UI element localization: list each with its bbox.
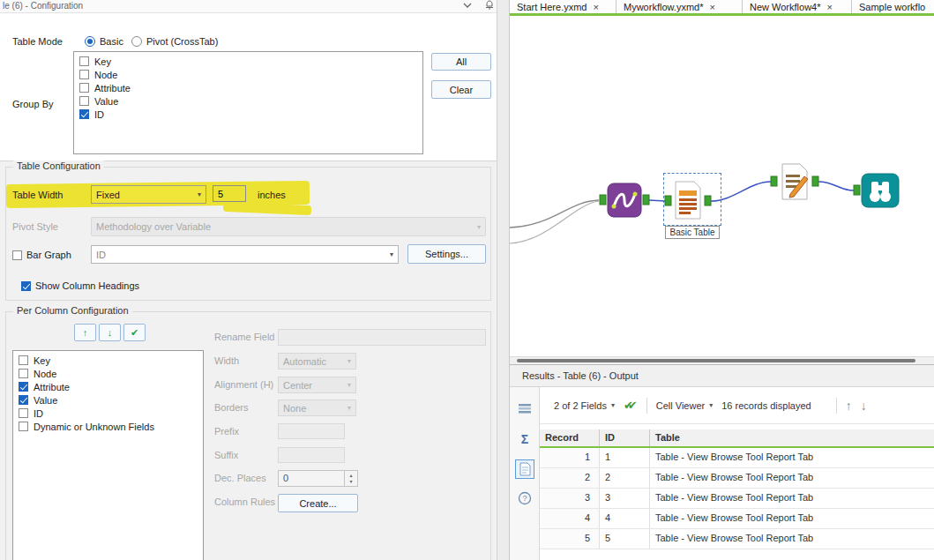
clear-button[interactable]: Clear [431,80,491,99]
radio-basic[interactable] [85,36,95,47]
rename-field-input [278,329,486,346]
checkbox[interactable] [19,408,28,418]
cell-record[interactable]: 5 [540,529,600,549]
bar-graph-checkbox-row[interactable]: Bar Graph [12,250,71,260]
cell-record[interactable]: 1 [540,448,600,467]
table-width-mode-combo[interactable]: Fixed ▾ [91,185,206,204]
field-item[interactable]: Node [13,367,203,380]
spin-down-icon[interactable]: ▾ [349,479,352,485]
checkbox[interactable] [79,83,89,93]
table-row[interactable]: 1 1 Table - View Browse Tool Report Tab [540,448,934,468]
column-header-id[interactable]: ID [600,429,650,446]
cell-record[interactable]: 4 [540,509,600,528]
scroll-down-button[interactable]: ↓ [861,399,867,413]
borders-combo[interactable]: None ▾ [278,399,356,416]
fields-dropdown[interactable]: 2 of 2 Fields ▾ [554,400,615,411]
group-by-item[interactable]: Node [74,68,422,81]
pin-icon[interactable] [484,0,495,13]
sigma-profile-icon[interactable]: Σ [515,429,534,449]
per-column-field-listbox[interactable]: Key Node Attribute Value ID Dynamic or U… [12,350,204,560]
cell-table[interactable]: Table - View Browse Tool Report Tab [650,448,934,467]
cell-id[interactable]: 3 [600,489,650,508]
move-up-button[interactable]: ↑ [74,324,96,341]
apply-filter-icon[interactable]: ✔✔ [624,399,638,412]
table-row[interactable]: 4 4 Table - View Browse Tool Report Tab [540,509,934,529]
cell-table[interactable]: Table - View Browse Tool Report Tab [650,509,934,528]
all-button[interactable]: All [431,53,491,71]
tab-myworkflow[interactable]: Myworkflow.yxmd* × [616,0,743,13]
table-row[interactable]: 3 3 Table - View Browse Tool Report Tab [540,489,934,509]
cell-viewer-dropdown[interactable]: Cell Viewer ▾ [656,400,713,411]
field-item[interactable]: ID [13,407,203,420]
help-icon[interactable]: ? [515,489,534,508]
cell-table[interactable]: Table - View Browse Tool Report Tab [650,529,934,549]
field-item[interactable]: Dynamic or Unknown Fields [13,420,203,433]
close-icon[interactable]: × [593,2,598,12]
render-tool[interactable] [778,162,811,203]
chevron-down-icon[interactable] [462,0,473,13]
panel-splitter[interactable] [497,0,510,560]
group-by-item[interactable]: Attribute [74,81,422,94]
checkbox[interactable] [79,56,89,66]
group-by-listbox[interactable]: Key Node Attribute Value ID [73,51,423,154]
table-mode-pivot-radio[interactable]: Pivot (CrossTab) [131,36,218,47]
cell-record[interactable]: 2 [540,468,600,488]
dec-places-spinner[interactable]: 0 ▴ ▾ [278,470,358,487]
browse-tool[interactable] [861,173,900,210]
checkbox[interactable] [19,382,28,392]
workflow-canvas[interactable]: Basic Table [510,16,934,356]
move-down-button[interactable]: ↓ [99,324,121,341]
field-item[interactable]: Key [13,354,203,367]
bar-graph-checkbox[interactable] [12,250,22,260]
close-icon[interactable]: × [827,2,833,12]
field-item[interactable]: Value [13,393,203,407]
canvas-horizontal-scrollbar[interactable] [510,356,934,364]
table-width-value-input[interactable] [213,185,246,202]
field-item[interactable]: Attribute [13,380,203,393]
checkbox[interactable] [19,355,28,365]
radio-pivot[interactable] [131,36,142,47]
cell-record[interactable]: 3 [540,489,600,508]
tab-start-here[interactable]: Start Here.yxmd × [510,0,616,13]
create-button[interactable]: Create... [278,494,358,512]
cell-table[interactable]: Table - View Browse Tool Report Tab [650,489,934,508]
show-column-headings-checkbox[interactable] [21,281,31,291]
basic-table-tool[interactable] [672,180,704,222]
cell-id[interactable]: 5 [600,529,650,549]
group-by-item[interactable]: ID [74,108,422,121]
spinner-buttons[interactable]: ▴ ▾ [344,471,357,486]
apply-button[interactable]: ✔ [123,324,146,341]
table-mode-basic-radio[interactable]: Basic [85,36,123,47]
tab-sample-workflow[interactable]: Sample workflo [852,0,934,13]
checkbox[interactable] [19,369,28,378]
cell-table[interactable]: Table - View Browse Tool Report Tab [650,468,934,488]
settings-button[interactable]: Settings... [407,244,486,264]
column-header-table[interactable]: Table [650,429,934,446]
cell-id[interactable]: 2 [600,468,650,488]
table-row[interactable]: 5 5 Table - View Browse Tool Report Tab [540,529,934,549]
checkbox[interactable] [79,70,89,79]
table-view-icon[interactable] [515,399,534,419]
checkbox[interactable] [19,422,28,431]
cell-id[interactable]: 4 [600,509,650,528]
report-view-icon[interactable] [515,459,534,479]
group-by-item[interactable]: Key [74,55,422,68]
alignment-combo[interactable]: Center ▾ [278,377,356,393]
scroll-up-button[interactable]: ↑ [846,399,852,413]
bar-graph-field-combo[interactable]: ID ▾ [91,245,399,264]
cell-id[interactable]: 1 [600,448,650,467]
checkbox[interactable] [19,395,28,405]
checkbox[interactable] [79,96,89,106]
show-column-headings-row[interactable]: Show Column Headings [21,280,139,291]
checkbox[interactable] [79,109,89,119]
spin-up-icon[interactable]: ▴ [349,473,352,479]
width-combo[interactable]: Automatic ▾ [278,353,356,370]
group-by-label: Group By [12,99,53,109]
table-row[interactable]: 2 2 Table - View Browse Tool Report Tab [540,468,934,489]
scrollbar-thumb[interactable] [517,359,915,362]
tab-new-workflow4[interactable]: New Workflow4* × [743,0,852,13]
group-by-item[interactable]: Value [74,94,422,108]
column-header-record[interactable]: Record [540,429,600,446]
close-icon[interactable]: × [709,2,714,12]
transpose-tool[interactable] [607,183,642,220]
